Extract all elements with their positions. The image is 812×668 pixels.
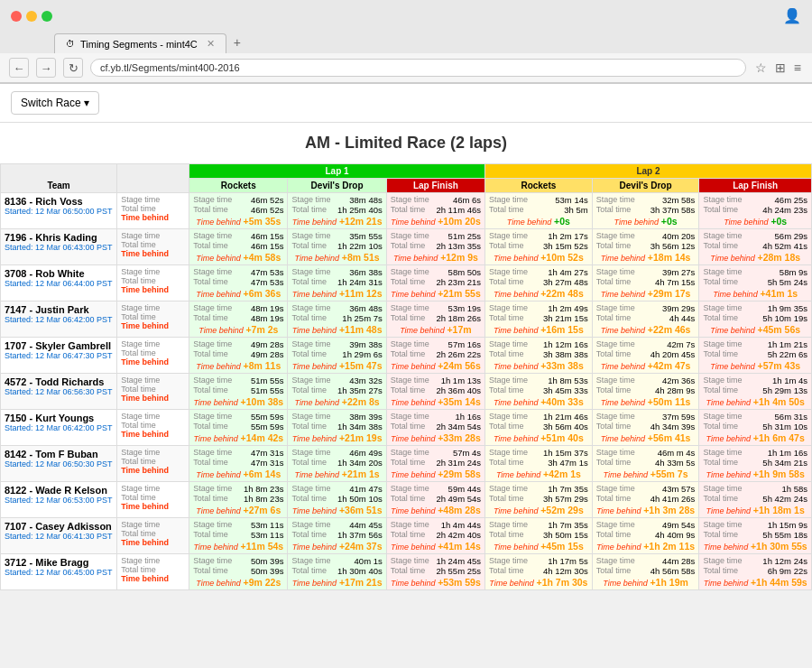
- data-cell: Stage time 1h 24m 45s Total time 2h 55m …: [386, 554, 484, 590]
- time-labels-cell: Stage time Total time Time behind: [117, 374, 189, 410]
- active-tab[interactable]: ⏱ Timing Segments - mint4C ✕: [54, 33, 226, 53]
- data-cell: Stage time 1h 1m 4s Total time 5h 29m 13…: [699, 374, 812, 410]
- time-labels-cell: Stage time Total time Time behind: [117, 193, 189, 229]
- tab-close-icon[interactable]: ✕: [207, 38, 215, 50]
- table-row: 7107 - Casey Adkisson Started: 12 Mar 06…: [1, 518, 812, 554]
- team-name-cell: 8122 - Wade R Kelson Started: 12 Mar 06:…: [1, 482, 117, 518]
- data-cell: Stage time 55m 59s Total time 55m 59s Ti…: [189, 410, 288, 446]
- data-cell: Stage time 39m 27s Total time 4h 7m 15s …: [592, 265, 699, 302]
- data-cell: Stage time 49m 54s Total time 4h 40m 9s …: [592, 518, 699, 554]
- data-cell: Stage time 53m 11s Total time 53m 11s Ti…: [189, 518, 288, 554]
- time-labels-cell: Stage time Total time Time behind: [117, 410, 189, 446]
- data-cell: Stage time 1h 16s Total time 2h 34m 54s …: [386, 410, 484, 446]
- data-cell: Stage time 58m 9s Total time 5h 5m 24s T…: [699, 265, 812, 302]
- table-row: 8122 - Wade R Kelson Started: 12 Mar 06:…: [1, 482, 812, 518]
- table-row: 3708 - Rob White Started: 12 Mar 06:44:0…: [1, 265, 812, 302]
- table-row: 8136 - Rich Voss Started: 12 Mar 06:50:0…: [1, 193, 812, 229]
- data-cell: Stage time 53m 14s Total time 3h 5m Time…: [485, 193, 593, 229]
- time-labels-cell: Stage time Total time Time behind: [117, 265, 189, 302]
- col-lapfinish-lap1: Lap Finish: [386, 179, 484, 193]
- toolbar: Switch Race ▾: [0, 84, 812, 123]
- team-name-cell: 8142 - Tom F Buban Started: 12 Mar 06:50…: [1, 446, 117, 482]
- data-cell: Stage time 49m 28s Total time 49m 28s Ti…: [189, 338, 288, 374]
- table-row: 4572 - Todd Richards Started: 12 Mar 06:…: [1, 374, 812, 410]
- close-button[interactable]: [11, 11, 22, 22]
- data-cell: Stage time 1h 7m 35s Total time 3h 57m 2…: [485, 482, 593, 518]
- data-cell: Stage time 46m m 4s Total time 4h 33m 5s…: [592, 446, 699, 482]
- data-cell: Stage time 38m 48s Total time 1h 25m 40s…: [288, 193, 386, 229]
- data-cell: Stage time 1h 4m 44s Total time 2h 42m 4…: [386, 518, 484, 554]
- time-labels-cell: Stage time Total time Time behind: [117, 338, 189, 374]
- data-cell: Stage time 37m 59s Total time 4h 34m 39s…: [592, 410, 699, 446]
- table-row: 7150 - Kurt Youngs Started: 12 Mar 06:42…: [1, 410, 812, 446]
- data-cell: Stage time 1h 15m 37s Total time 3h 47m …: [485, 446, 593, 482]
- tab-title: Timing Segments - mint4C: [80, 39, 198, 50]
- menu-icon[interactable]: ≡: [792, 59, 803, 77]
- data-cell: Stage time 35m 55s Total time 1h 22m 10s…: [288, 229, 386, 265]
- data-cell: Stage time 1h 9m 35s Total time 5h 10m 1…: [699, 302, 812, 338]
- reload-button[interactable]: ↻: [63, 58, 83, 78]
- time-labels-cell: Stage time Total time Time behind: [117, 554, 189, 590]
- lap2-header: Lap 2: [485, 164, 812, 179]
- data-cell: Stage time 38m 39s Total time 1h 34m 38s…: [288, 410, 386, 446]
- data-cell: Stage time 50m 39s Total time 50m 39s Ti…: [189, 554, 288, 590]
- maximize-button[interactable]: [42, 11, 52, 22]
- extension-icon[interactable]: ⊞: [773, 59, 788, 77]
- team-name-cell: 8136 - Rich Voss Started: 12 Mar 06:50:0…: [1, 193, 117, 229]
- data-cell: Stage time 1h 1m 13s Total time 2h 36m 4…: [386, 374, 484, 410]
- data-cell: Stage time 1h 4m 27s Total time 3h 27m 4…: [485, 265, 593, 302]
- data-cell: Stage time 44m 28s Total time 4h 56m 58s…: [592, 554, 699, 590]
- time-labels-cell: Stage time Total time Time behind: [117, 446, 189, 482]
- table-row: 7147 - Justin Park Started: 12 Mar 06:42…: [1, 302, 812, 338]
- time-labels-cell: Stage time Total time Time behind: [117, 302, 189, 338]
- col-devils-lap1: Devil's Drop: [288, 179, 386, 193]
- data-cell: Stage time 46m 25s Total time 4h 24m 23s…: [699, 193, 812, 229]
- bookmark-icon[interactable]: ☆: [753, 59, 769, 77]
- data-cell: Stage time 1h 2m 17s Total time 3h 15m 5…: [485, 229, 593, 265]
- data-cell: Stage time 47m 31s Total time 47m 31s Ti…: [189, 446, 288, 482]
- data-cell: Stage time 42m 36s Total time 4h 28m 9s …: [592, 374, 699, 410]
- back-button[interactable]: ←: [9, 58, 29, 78]
- data-cell: Stage time 1h 8m 23s Total time 1h 8m 23…: [189, 482, 288, 518]
- team-name-cell: 4572 - Todd Richards Started: 12 Mar 06:…: [1, 374, 117, 410]
- data-cell: Stage time 36m 38s Total time 1h 24m 31s…: [288, 265, 386, 302]
- data-cell: Stage time 1h 7m 35s Total time 3h 50m 1…: [485, 518, 593, 554]
- lap1-header: Lap 1: [189, 164, 485, 179]
- data-cell: Stage time 36m 48s Total time 1h 25m 7s …: [288, 302, 386, 338]
- team-col-header: Team: [1, 164, 117, 193]
- data-cell: Stage time 47m 53s Total time 47m 53s Ti…: [189, 265, 288, 302]
- data-cell: Stage time 1h 15m 9s Total time 5h 55m 1…: [699, 518, 812, 554]
- forward-button[interactable]: →: [36, 58, 56, 78]
- switch-race-button[interactable]: Switch Race ▾: [11, 91, 99, 115]
- data-cell: Stage time 1h 8m 53s Total time 3h 45m 3…: [485, 374, 593, 410]
- data-cell: Stage time 44m 45s Total time 1h 37m 56s…: [288, 518, 386, 554]
- url-bar[interactable]: [90, 59, 746, 77]
- team-name-cell: 7107 - Casey Adkisson Started: 12 Mar 06…: [1, 518, 117, 554]
- data-cell: Stage time 41m 47s Total time 1h 50m 10s…: [288, 482, 386, 518]
- data-cell: Stage time 39m 29s Total time 4h 44s Tim…: [592, 302, 699, 338]
- user-icon: 👤: [783, 7, 801, 24]
- data-cell: Stage time 58m 50s Total time 2h 23m 21s…: [386, 265, 484, 302]
- table-row: 7196 - Khris Kading Started: 12 Mar 06:4…: [1, 229, 812, 265]
- new-tab-button[interactable]: +: [226, 32, 248, 53]
- data-cell: Stage time 59m 44s Total time 2h 49m 54s…: [386, 482, 484, 518]
- time-labels-cell: Stage time Total time Time behind: [117, 482, 189, 518]
- col-lapfinish-lap2: Lap Finish: [699, 179, 812, 193]
- team-name-cell: 1707 - Skyler Gambrell Started: 12 Mar 0…: [1, 338, 117, 374]
- time-labels-cell: Stage time Total time Time behind: [117, 518, 189, 554]
- col-devils-lap2: Devil's Drop: [592, 179, 699, 193]
- data-cell: Stage time 46m 6s Total time 2h 11m 46s …: [386, 193, 484, 229]
- table-row: 3712 - Mike Bragg Started: 12 Mar 06:45:…: [1, 554, 812, 590]
- data-cell: Stage time 46m 15s Total time 46m 15s Ti…: [189, 229, 288, 265]
- data-cell: Stage time 1h 12m 24s Total time 6h 9m 2…: [699, 554, 812, 590]
- data-cell: Stage time 43m 32s Total time 1h 35m 27s…: [288, 374, 386, 410]
- data-cell: Stage time 48m 19s Total time 48m 19s Ti…: [189, 302, 288, 338]
- minimize-button[interactable]: [26, 11, 37, 22]
- team-name-cell: 3712 - Mike Bragg Started: 12 Mar 06:45:…: [1, 554, 117, 590]
- time-labels-cell: Stage time Total time Time behind: [117, 229, 189, 265]
- info-col-header: [117, 164, 189, 193]
- data-cell: Stage time 46m 52s Total time 46m 52s Ti…: [189, 193, 288, 229]
- race-table: Team Lap 1 Lap 2 Rockets Devil's Drop La…: [0, 163, 812, 590]
- data-cell: Stage time 40m 1s Total time 1h 30m 40s …: [288, 554, 386, 590]
- page-title: AM - Limited Race (2 laps): [0, 123, 812, 163]
